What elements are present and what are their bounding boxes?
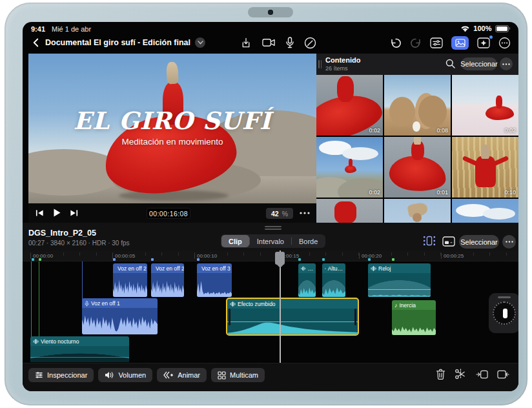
battery-percent: 100% [473, 25, 491, 32]
trim-handle-right[interactable] [354, 309, 356, 325]
timeline-clip-voz-en-off-3[interactable]: Voz en off 3 [197, 263, 232, 297]
overlay-clip-icon[interactable] [442, 236, 455, 247]
media-thumbnail-grid: 0:02 0:08 0:02 [316, 75, 518, 223]
waveform-icon [371, 266, 376, 271]
timeline-drag-handle[interactable] [265, 226, 281, 230]
status-date: Mié 1 de abr [52, 25, 91, 33]
media-thumbnail[interactable]: 0:08 [384, 75, 451, 136]
timeline-select-button[interactable]: Seleccionar [459, 235, 499, 249]
button-label: Multicam [230, 371, 258, 379]
inspect-button[interactable]: Inspeccionar [28, 368, 94, 382]
clip-title: Altu… [328, 265, 343, 272]
media-browser-button[interactable] [451, 36, 469, 50]
microphone-icon[interactable] [286, 37, 294, 48]
figure-shadow [119, 190, 229, 201]
timeline-clip-reloj[interactable]: Reloj [368, 263, 431, 297]
mic-icon [85, 301, 89, 307]
timeline-clip-voz-en-off-2[interactable]: Voz en off 2 [113, 263, 147, 297]
viewer-more-icon[interactable] [300, 212, 310, 214]
media-thumbnail[interactable]: 0:02 [452, 75, 518, 136]
inspector-panel-icon[interactable] [430, 37, 443, 48]
clip-title: Reloj [378, 265, 391, 272]
clip-title: Voz en off 2 [118, 265, 147, 272]
clip-marker-dot [151, 258, 154, 261]
media-thumbnail[interactable]: 0:01 [384, 137, 451, 198]
clip-title: Inercia [400, 302, 416, 309]
search-icon[interactable] [445, 59, 455, 68]
clip-connection-line [39, 261, 39, 338]
pencil-tool-icon[interactable] [304, 37, 316, 49]
jog-dial[interactable] [493, 301, 516, 325]
clip-duration: 0:08 [436, 127, 448, 134]
button-label: Animar [178, 371, 200, 379]
tab-clip[interactable]: Clip [221, 235, 249, 247]
timeline-clip-viento-nocturno[interactable]: Viento nocturno [30, 336, 129, 362]
clip-marker-dot [368, 258, 371, 261]
project-title-menu[interactable]: Documental El giro sufí - Edición final [45, 36, 205, 48]
media-thumbnail[interactable] [452, 199, 518, 223]
jog-drag-bar[interactable] [498, 296, 511, 298]
media-thumbnail[interactable]: 0:10 [452, 137, 518, 198]
media-thumbnail[interactable]: 0:02 [316, 137, 383, 198]
connect-clips-icon[interactable] [423, 236, 436, 246]
project-title: Documental El giro sufí - Edición final [45, 38, 190, 47]
multicam-button[interactable]: Multicam [211, 368, 265, 382]
browser-more-button[interactable] [500, 57, 513, 70]
clip-marker-dot [392, 258, 394, 261]
content-browser: Contenido 26 ítems Seleccionar 0:02 [316, 54, 518, 223]
camera-icon[interactable] [262, 37, 276, 48]
overwrite-clip-icon[interactable] [497, 369, 509, 380]
speaker-icon [105, 371, 114, 379]
trim-handle-left[interactable] [229, 309, 230, 325]
play-button[interactable] [52, 208, 61, 218]
animate-button[interactable]: Animar [157, 368, 207, 382]
export-icon[interactable] [240, 37, 252, 49]
undo-icon[interactable] [390, 37, 402, 48]
delete-icon[interactable] [436, 369, 445, 380]
timeline-clip-voz-en-off-1[interactable]: Voz en off 1 [82, 298, 158, 334]
back-button[interactable] [31, 37, 40, 48]
insert-clip-icon[interactable] [476, 369, 488, 380]
media-thumbnail[interactable] [384, 199, 451, 223]
timeline-clip-efecto-zumbido-selected[interactable]: Efecto zumbido [226, 298, 359, 336]
clip-title: Voz en off 3 [201, 265, 230, 272]
button-label: Inspeccionar [47, 371, 87, 379]
clip-title: Viento nocturno [41, 338, 79, 345]
browser-title: Contenido [325, 56, 360, 64]
tab-intervalo[interactable]: Intervalo [250, 235, 291, 247]
timeline-clip-sfx-short[interactable]: … [298, 263, 316, 297]
ruler-label: 00:00:25 [441, 253, 464, 259]
timeline-clip-voz-en-off-2b[interactable]: Voz en off 2 [151, 263, 184, 297]
tab-borde[interactable]: Borde [292, 235, 325, 247]
previous-frame-button[interactable] [36, 209, 44, 217]
zoom-level-control[interactable]: 42 % [266, 208, 293, 219]
clip-title: … [308, 265, 314, 272]
media-thumbnail[interactable]: 0:02 [316, 75, 383, 136]
clip-duration: 0:10 [504, 189, 516, 196]
browser-select-button[interactable]: Seleccionar [461, 57, 497, 70]
redo-icon[interactable] [410, 37, 422, 48]
waveform-icon [230, 301, 236, 307]
clip-title: Voz en off 1 [91, 300, 120, 307]
clip-marker-dot [298, 258, 301, 261]
title-chevron-down-icon[interactable] [195, 37, 205, 48]
media-thumbnail[interactable] [316, 199, 383, 223]
timeline-ruler[interactable]: 00:00:00 00:00:05 00:00:10 00:00:15 00:0… [23, 250, 518, 261]
video-viewer: EL GIRO SUFÍ Meditación en movimiento [28, 54, 316, 203]
volume-button[interactable]: Volumen [98, 368, 152, 382]
next-frame-button[interactable] [70, 209, 78, 217]
clip-marker-dot [32, 258, 34, 261]
timeline-clip-inercia[interactable]: ♪Inercia [392, 300, 436, 335]
more-options-icon[interactable] [498, 37, 511, 49]
jog-wheel-panel[interactable] [489, 293, 518, 333]
device-bezel: 9:41 Mié 1 de abr 100% Documental El gir… [5, 3, 527, 405]
dervish-hat [166, 62, 179, 85]
titles-effects-button[interactable] [477, 37, 490, 48]
playhead-handle[interactable] [275, 252, 285, 265]
jog-pointer [503, 309, 507, 318]
timeline-clip-altura[interactable]: Altu… [322, 263, 345, 297]
panel-resize-handle[interactable] [318, 60, 322, 68]
timeline-more-button[interactable] [502, 235, 516, 249]
clip-duration: 0:02 [369, 127, 380, 134]
split-clip-icon[interactable] [455, 369, 467, 380]
